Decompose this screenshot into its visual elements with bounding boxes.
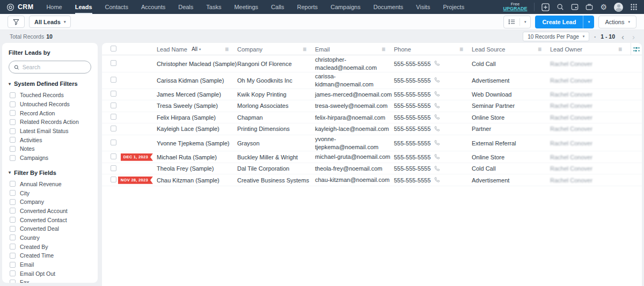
nav-item-meetings[interactable]: Meetings: [234, 0, 258, 14]
nav-item-deals[interactable]: Deals: [178, 0, 193, 14]
actions-button[interactable]: Actions ▾: [598, 16, 636, 28]
create-lead-button[interactable]: Create Lead ▾: [535, 16, 594, 28]
table-row[interactable]: Felix Hirpara (Sample) Chapman felix-hir…: [102, 112, 642, 124]
phone-icon[interactable]: [434, 140, 440, 146]
lead-name-link[interactable]: Chau Kitzman (Sample): [157, 177, 237, 184]
nav-item-leads[interactable]: Leads: [75, 0, 92, 14]
phone-icon[interactable]: [434, 114, 440, 120]
lead-name-link[interactable]: Carissa Kidman (Sample): [157, 77, 237, 84]
table-row[interactable]: DEC 1, 2023 Michael Ruta (Sample) Buckle…: [102, 151, 642, 163]
column-menu-icon[interactable]: ≡: [459, 46, 463, 53]
nav-item-reports[interactable]: Reports: [297, 0, 318, 14]
column-header-lead-source[interactable]: Lead Source≡: [472, 43, 550, 55]
checkbox[interactable]: [10, 253, 16, 259]
row-checkbox[interactable]: [111, 165, 116, 171]
filter-toggle-button[interactable]: [8, 16, 25, 28]
phone-icon[interactable]: [434, 103, 440, 109]
checkbox[interactable]: [10, 280, 16, 283]
email-cell[interactable]: michael-gruta@noemail.com: [315, 153, 394, 161]
column-menu-icon[interactable]: ≡: [382, 46, 385, 53]
table-row[interactable]: Yvonne Tjepkema (Sample) Grayson yvonne-…: [102, 135, 642, 152]
checkbox[interactable]: [10, 119, 16, 125]
records-per-page-select[interactable]: 10 Records Per Page ▾: [523, 32, 589, 41]
sidebar-filter-item[interactable]: Activities: [9, 135, 91, 144]
sidebar-filter-item[interactable]: Campaigns: [9, 153, 91, 163]
phone-icon[interactable]: [434, 77, 440, 83]
email-cell[interactable]: yvonne-tjepkema@noemail.com: [315, 135, 394, 151]
nav-item-tasks[interactable]: Tasks: [206, 0, 221, 14]
lead-name-link[interactable]: James Merced (Sample): [157, 91, 237, 98]
row-checkbox[interactable]: [111, 153, 116, 159]
lead-name-link[interactable]: Christopher Maclead (Sample): [157, 61, 237, 67]
row-checkbox[interactable]: [111, 91, 116, 97]
phone-icon[interactable]: [434, 154, 440, 160]
section-filter-by-fields[interactable]: ▾ Filter By Fields: [9, 170, 91, 176]
sidebar-filter-item[interactable]: Fax: [9, 278, 91, 283]
email-cell[interactable]: carissa-kidman@noemail.com: [315, 72, 394, 89]
column-header-lead-owner[interactable]: Lead Owner≡: [550, 43, 631, 55]
row-checkbox[interactable]: [111, 126, 116, 131]
sidebar-filter-item[interactable]: Email: [9, 260, 91, 269]
chevron-down-icon[interactable]: ▾: [583, 20, 594, 24]
lead-name-link[interactable]: Theola Frey (Sample): [157, 165, 237, 172]
sidebar-filter-item[interactable]: Email Opt Out: [9, 269, 91, 278]
lead-name-link[interactable]: Yvonne Tjepkema (Sample): [157, 140, 237, 146]
column-menu-icon[interactable]: ≡: [225, 46, 229, 53]
quick-create-icon[interactable]: [541, 3, 550, 11]
nav-item-visits[interactable]: Visits: [416, 0, 430, 14]
gear-icon[interactable]: ⚙: [600, 3, 607, 11]
manage-columns-button[interactable]: [631, 43, 642, 55]
checkbox[interactable]: [10, 137, 16, 143]
row-checkbox[interactable]: [111, 77, 116, 83]
table-row[interactable]: James Merced (Sample) Kwik Kopy Printing…: [102, 89, 642, 101]
checkbox[interactable]: [10, 101, 16, 107]
sidebar-filter-item[interactable]: Touched Records: [9, 91, 91, 100]
phone-icon[interactable]: [434, 61, 440, 67]
email-cell[interactable]: felix-hirpara@noemail.com: [315, 114, 394, 122]
next-page-icon[interactable]: ›: [631, 33, 636, 41]
checkbox[interactable]: [10, 199, 16, 205]
phone-icon[interactable]: [434, 177, 440, 183]
lead-name-link[interactable]: Tresa Sweely (Sample): [157, 102, 237, 109]
checkbox[interactable]: [10, 234, 16, 240]
email-cell[interactable]: james-merced@noemail.com: [315, 91, 394, 99]
nav-item-contacts[interactable]: Contacts: [105, 0, 128, 14]
nav-item-projects[interactable]: Projects: [443, 0, 464, 14]
apps-grid-icon[interactable]: [630, 3, 638, 11]
avatar[interactable]: [614, 3, 623, 12]
column-header-company[interactable]: Company≡: [237, 43, 315, 55]
table-row[interactable]: NOV 28, 2023 Chau Kitzman (Sample) Creat…: [102, 174, 642, 186]
email-cell[interactable]: theola-frey@noemail.com: [315, 165, 394, 173]
select-all-checkbox[interactable]: [111, 46, 116, 52]
sidebar-filter-item[interactable]: Converted Account: [9, 207, 91, 216]
sidebar-filter-item[interactable]: Created Time: [9, 251, 91, 260]
row-checkbox[interactable]: [111, 140, 116, 145]
row-checkbox[interactable]: [111, 177, 116, 182]
sidebar-filter-item[interactable]: Country: [9, 233, 91, 243]
email-cell[interactable]: kayleigh-lace@noemail.com: [315, 125, 394, 133]
nav-item-home[interactable]: Home: [46, 0, 62, 14]
lead-name-link[interactable]: Kayleigh Lace (Sample): [157, 126, 237, 132]
checkbox[interactable]: [10, 110, 16, 116]
row-checkbox[interactable]: [111, 114, 116, 120]
phone-icon[interactable]: [434, 91, 440, 97]
calendar-icon[interactable]: [571, 3, 579, 11]
lead-name-filter-dropdown[interactable]: All▾: [192, 46, 201, 52]
sidebar-filter-item[interactable]: Related Records Action: [9, 118, 91, 127]
nav-item-calls[interactable]: Calls: [271, 0, 284, 14]
row-checkbox[interactable]: [111, 102, 116, 108]
list-view-selector[interactable]: ▾: [503, 16, 531, 28]
column-menu-icon[interactable]: ≡: [303, 46, 306, 53]
checkbox[interactable]: [10, 244, 16, 250]
sidebar-filter-item[interactable]: Converted Contact: [9, 215, 91, 224]
upgrade-link[interactable]: Free UPGRADE: [503, 2, 527, 12]
view-selector[interactable]: All Leads ▾: [29, 16, 71, 28]
sidebar-filter-item[interactable]: Notes: [9, 144, 91, 153]
column-header-phone[interactable]: Phone≡: [394, 43, 472, 55]
column-menu-icon[interactable]: ≡: [538, 46, 541, 53]
row-checkbox[interactable]: [111, 60, 116, 66]
sidebar-filter-item[interactable]: Company: [9, 197, 91, 207]
column-header-lead-name[interactable]: Lead Name All▾ ≡: [157, 43, 237, 55]
nav-item-documents[interactable]: Documents: [374, 0, 404, 14]
checkbox[interactable]: [10, 146, 16, 152]
